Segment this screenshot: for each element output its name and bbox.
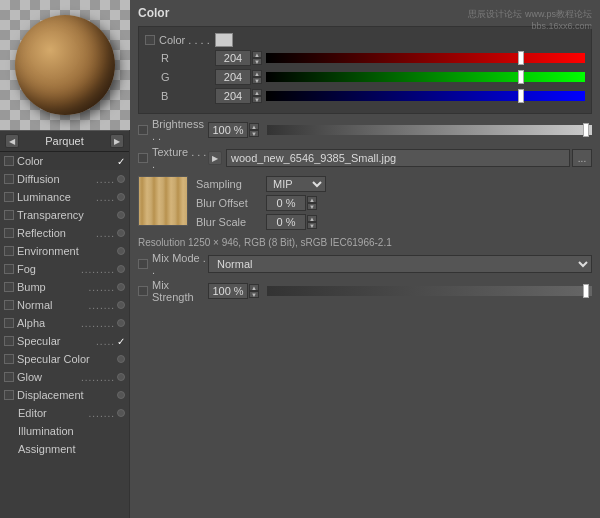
mix-strength-slider[interactable] (267, 286, 592, 296)
channel-item-reflection[interactable]: Reflection ..... (0, 224, 129, 242)
g-down-arrow[interactable]: ▼ (252, 77, 262, 84)
blur-scale-label: Blur Scale (196, 216, 266, 228)
blur-scale-down[interactable]: ▼ (307, 222, 317, 229)
channel-item-displacement[interactable]: Displacement (0, 386, 129, 404)
brightness-thumb[interactable] (583, 123, 589, 137)
channel-label-reflection: Reflection (17, 227, 96, 239)
r-slider-track[interactable] (266, 53, 585, 63)
mix-strength-down[interactable]: ▼ (249, 291, 259, 298)
channel-item-alpha[interactable]: Alpha ......... (0, 314, 129, 332)
channel-item-luminance[interactable]: Luminance ..... (0, 188, 129, 206)
channel-circle-alpha (117, 319, 125, 327)
channel-label-editor: Editor (18, 407, 89, 419)
blur-scale-up[interactable]: ▲ (307, 215, 317, 222)
texture-play-button[interactable]: ▶ (208, 151, 222, 165)
channel-checkbox-normal[interactable] (4, 300, 14, 310)
g-slider-thumb[interactable] (518, 70, 524, 84)
mix-strength-up[interactable]: ▲ (249, 284, 259, 291)
channel-item-assignment[interactable]: Assignment (0, 440, 129, 458)
channel-checkbox-color[interactable] (4, 156, 14, 166)
channel-checkbox-luminance[interactable] (4, 192, 14, 202)
brightness-stepper[interactable]: ▲ ▼ (249, 123, 259, 137)
left-panel: ◀ Parquet ▶ Color ✓ Diffusion ..... Lumi… (0, 0, 130, 518)
channel-checkbox-displacement[interactable] (4, 390, 14, 400)
g-stepper[interactable]: ▲ ▼ (252, 70, 262, 84)
channel-item-glow[interactable]: Glow ......... (0, 368, 129, 386)
color-enable-checkbox[interactable] (145, 35, 155, 45)
channel-label-color: Color (17, 155, 115, 167)
r-down-arrow[interactable]: ▼ (252, 58, 262, 65)
r-value-input[interactable] (215, 50, 251, 66)
color-row: Color . . . . (145, 33, 585, 47)
r-up-arrow[interactable]: ▲ (252, 51, 262, 58)
channel-checkbox-environment[interactable] (4, 246, 14, 256)
channel-item-environment[interactable]: Environment (0, 242, 129, 260)
channel-item-normal[interactable]: Normal ....... (0, 296, 129, 314)
brightness-up-arrow[interactable]: ▲ (249, 123, 259, 130)
b-stepper[interactable]: ▲ ▼ (252, 89, 262, 103)
channel-item-specular[interactable]: Specular ..... ✓ (0, 332, 129, 350)
channel-item-color[interactable]: Color ✓ (0, 152, 129, 170)
texture-filename-bar[interactable]: wood_new_6546_9385_Small.jpg (226, 149, 570, 167)
mix-strength-input[interactable] (208, 283, 248, 299)
channel-checkbox-diffusion[interactable] (4, 174, 14, 184)
mix-mode-checkbox[interactable] (138, 259, 148, 269)
channel-checkbox-transparency[interactable] (4, 210, 14, 220)
texture-more-button[interactable]: ... (572, 149, 592, 167)
texture-thumbnail[interactable] (138, 176, 188, 226)
brightness-slider[interactable] (267, 125, 592, 135)
channel-label-transparency: Transparency (17, 209, 115, 221)
channel-checkbox-reflection[interactable] (4, 228, 14, 238)
channel-item-editor[interactable]: Editor ....... (0, 404, 129, 422)
b-slider-fill (266, 91, 585, 101)
blur-offset-input[interactable] (266, 195, 306, 211)
channel-circle-specular-color (117, 355, 125, 363)
mix-mode-dropdown[interactable]: Normal (208, 255, 592, 273)
blur-offset-stepper[interactable]: ▲ ▼ (307, 196, 317, 210)
prev-material-button[interactable]: ◀ (5, 134, 19, 148)
b-up-arrow[interactable]: ▲ (252, 89, 262, 96)
sampling-dropdown[interactable]: MIP None Bilinear (266, 176, 326, 192)
brightness-checkbox[interactable] (138, 125, 148, 135)
blur-offset-up[interactable]: ▲ (307, 196, 317, 203)
texture-checkbox[interactable] (138, 153, 148, 163)
blur-offset-row: Blur Offset ▲ ▼ (196, 195, 592, 211)
r-slider-thumb[interactable] (518, 51, 524, 65)
b-down-arrow[interactable]: ▼ (252, 96, 262, 103)
channel-item-specular-color[interactable]: Specular Color (0, 350, 129, 368)
channel-checkbox-glow[interactable] (4, 372, 14, 382)
g-up-arrow[interactable]: ▲ (252, 70, 262, 77)
mix-strength-checkbox[interactable] (138, 286, 148, 296)
channel-item-fog[interactable]: Fog ......... (0, 260, 129, 278)
b-slider-track[interactable] (266, 91, 585, 101)
channel-checkbox-fog[interactable] (4, 264, 14, 274)
brightness-value-input[interactable] (208, 122, 248, 138)
g-channel-row: G ▲ ▼ (145, 69, 585, 85)
next-material-button[interactable]: ▶ (110, 134, 124, 148)
g-slider-track[interactable] (266, 72, 585, 82)
channel-item-transparency[interactable]: Transparency (0, 206, 129, 224)
channel-circle-editor (117, 409, 125, 417)
channel-item-illumination[interactable]: Illumination (0, 422, 129, 440)
channel-checkbox-alpha[interactable] (4, 318, 14, 328)
blur-scale-input[interactable] (266, 214, 306, 230)
mix-strength-stepper[interactable]: ▲ ▼ (249, 284, 259, 298)
channel-item-bump[interactable]: Bump ....... (0, 278, 129, 296)
blur-offset-down[interactable]: ▼ (307, 203, 317, 210)
b-value-input[interactable] (215, 88, 251, 104)
channel-item-diffusion[interactable]: Diffusion ..... (0, 170, 129, 188)
r-stepper[interactable]: ▲ ▼ (252, 51, 262, 65)
channel-label-displacement: Displacement (17, 389, 115, 401)
g-value-input[interactable] (215, 69, 251, 85)
channel-label-diffusion: Diffusion (17, 173, 96, 185)
b-slider-thumb[interactable] (518, 89, 524, 103)
color-swatch[interactable] (215, 33, 233, 47)
channel-checkbox-specular[interactable] (4, 336, 14, 346)
channel-checkbox-bump[interactable] (4, 282, 14, 292)
texture-thumb-wood-pattern (139, 177, 187, 225)
channel-checkbox-specular-color[interactable] (4, 354, 14, 364)
brightness-down-arrow[interactable]: ▼ (249, 130, 259, 137)
channel-label-alpha: Alpha (17, 317, 81, 329)
mix-strength-thumb[interactable] (583, 284, 589, 298)
blur-scale-stepper[interactable]: ▲ ▼ (307, 215, 317, 229)
